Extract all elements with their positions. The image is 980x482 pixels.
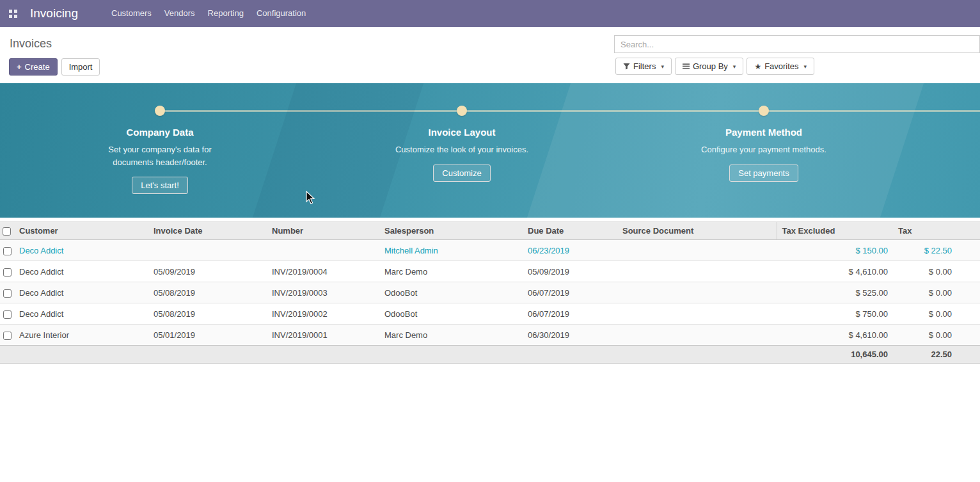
col-number[interactable]: Number [267, 222, 379, 240]
row-select-cell [0, 282, 14, 303]
row-checkbox[interactable] [3, 332, 12, 340]
cell-tax[interactable]: $ 0.00 [893, 282, 980, 303]
cell-salesperson[interactable]: OdooBot [379, 303, 523, 325]
col-source-document[interactable]: Source Document [617, 222, 777, 240]
filter-row: Filters ▾ Group By ▾ ★ Favorites ▾ [615, 58, 814, 75]
cell-tax-excluded[interactable]: $ 525.00 [777, 282, 893, 303]
cell-due-date[interactable]: 06/30/2019 [523, 325, 617, 346]
invoice-list-table: Customer Invoice Date Number Salesperson… [0, 221, 980, 364]
menu-reporting[interactable]: Reporting [202, 0, 250, 27]
step-title: Invoice Layout [428, 127, 495, 138]
customize-button[interactable]: Customize [433, 165, 490, 182]
cell-tax-excluded[interactable]: $ 4,610.00 [777, 325, 893, 346]
cell-tax-excluded[interactable]: $ 150.00 [777, 240, 893, 261]
row-select-cell [0, 261, 14, 282]
search-input[interactable] [614, 35, 980, 53]
cell-source-document[interactable] [617, 325, 777, 346]
table-row[interactable]: Deco Addict 05/08/2019 INV/2019/0002 Odo… [0, 303, 980, 325]
cell-invoice-date[interactable] [148, 240, 267, 261]
chevron-down-icon: ▾ [661, 63, 664, 70]
cell-number[interactable]: INV/2019/0002 [267, 303, 379, 325]
cell-tax-excluded[interactable]: $ 4,610.00 [777, 261, 893, 282]
total-tax-excluded: 10,645.00 [777, 346, 893, 364]
create-button-label: Create [25, 62, 50, 72]
row-checkbox[interactable] [3, 310, 12, 319]
favorites-label: Favorites [764, 61, 798, 71]
cell-tax[interactable]: $ 0.00 [893, 325, 980, 346]
totals-spacer [0, 346, 777, 364]
cell-invoice-date[interactable]: 05/09/2019 [148, 261, 267, 282]
breadcrumb: Invoices [10, 37, 52, 51]
app-title[interactable]: Invoicing [30, 6, 78, 20]
table-row[interactable]: Deco Addict 05/08/2019 INV/2019/0003 Odo… [0, 282, 980, 303]
cell-invoice-date[interactable]: 05/08/2019 [148, 303, 267, 325]
step-description: Set your company's data for documents he… [90, 143, 230, 168]
cell-number[interactable]: INV/2019/0004 [267, 261, 379, 282]
cell-due-date[interactable]: 05/09/2019 [523, 261, 617, 282]
cell-source-document[interactable] [617, 303, 777, 325]
select-all-checkbox[interactable] [3, 227, 11, 236]
chevron-down-icon: ▾ [733, 63, 736, 70]
menu-vendors[interactable]: Vendors [158, 0, 202, 27]
cell-source-document[interactable] [617, 240, 777, 261]
cell-customer[interactable]: Deco Addict [14, 240, 148, 261]
onboarding-step-payment-method: Payment Method Configure your payment me… [661, 106, 866, 182]
star-icon: ★ [754, 63, 761, 70]
cell-source-document[interactable] [617, 282, 777, 303]
menu-customers[interactable]: Customers [105, 0, 158, 27]
menu-configuration[interactable]: Configuration [250, 0, 312, 27]
cell-tax[interactable]: $ 22.50 [893, 240, 980, 261]
cell-customer[interactable]: Azure Interior [14, 325, 148, 346]
cell-number[interactable]: INV/2019/0003 [267, 282, 379, 303]
group-by-label: Group By [693, 61, 728, 71]
cell-salesperson[interactable]: Marc Demo [379, 325, 523, 346]
filter-icon [623, 63, 630, 70]
col-tax-excluded[interactable]: Tax Excluded [777, 222, 893, 240]
table-header-row: Customer Invoice Date Number Salesperson… [0, 222, 980, 240]
cell-salesperson[interactable]: OdooBot [379, 282, 523, 303]
apps-menu-icon[interactable] [5, 6, 21, 22]
select-all-cell [0, 222, 14, 240]
cell-customer[interactable]: Deco Addict [14, 261, 148, 282]
col-tax[interactable]: Tax [893, 222, 980, 240]
table-row[interactable]: Deco Addict 05/09/2019 INV/2019/0004 Mar… [0, 261, 980, 282]
cell-salesperson[interactable]: Mitchell Admin [379, 240, 523, 261]
cell-tax-excluded[interactable]: $ 750.00 [777, 303, 893, 325]
cell-customer[interactable]: Deco Addict [14, 303, 148, 325]
step-dot [457, 106, 467, 116]
cell-due-date[interactable]: 06/07/2019 [523, 303, 617, 325]
table-row[interactable]: Azure Interior 05/01/2019 INV/2019/0001 … [0, 325, 980, 346]
row-checkbox[interactable] [3, 268, 12, 277]
cell-number[interactable]: INV/2019/0001 [267, 325, 379, 346]
cell-invoice-date[interactable]: 05/08/2019 [148, 282, 267, 303]
step-dot [155, 106, 165, 116]
table-totals-row: 10,645.00 22.50 [0, 346, 980, 364]
cell-due-date[interactable]: 06/07/2019 [523, 282, 617, 303]
step-dot [759, 106, 769, 116]
favorites-button[interactable]: ★ Favorites ▾ [747, 58, 814, 75]
plus-icon: + [17, 62, 22, 72]
cell-salesperson[interactable]: Marc Demo [379, 261, 523, 282]
col-customer[interactable]: Customer [14, 222, 148, 240]
cell-tax[interactable]: $ 0.00 [893, 303, 980, 325]
row-select-cell [0, 325, 14, 346]
import-button[interactable]: Import [61, 58, 100, 76]
row-checkbox[interactable] [3, 289, 12, 298]
lets-start-button[interactable]: Let's start! [132, 177, 188, 194]
set-payments-button[interactable]: Set payments [729, 165, 798, 182]
create-button[interactable]: +Create [9, 58, 58, 76]
col-due-date[interactable]: Due Date [523, 222, 617, 240]
filters-button[interactable]: Filters ▾ [615, 58, 672, 75]
cell-tax[interactable]: $ 0.00 [893, 261, 980, 282]
cell-due-date[interactable]: 06/23/2019 [523, 240, 617, 261]
cp-buttons: +Create Import [9, 58, 100, 76]
col-invoice-date[interactable]: Invoice Date [148, 222, 267, 240]
col-salesperson[interactable]: Salesperson [379, 222, 523, 240]
cell-invoice-date[interactable]: 05/01/2019 [148, 325, 267, 346]
cell-customer[interactable]: Deco Addict [14, 282, 148, 303]
cell-number[interactable] [267, 240, 379, 261]
row-checkbox[interactable] [3, 247, 12, 255]
table-row[interactable]: Deco Addict Mitchell Admin 06/23/2019 $ … [0, 240, 980, 261]
cell-source-document[interactable] [617, 261, 777, 282]
group-by-button[interactable]: Group By ▾ [675, 58, 743, 75]
